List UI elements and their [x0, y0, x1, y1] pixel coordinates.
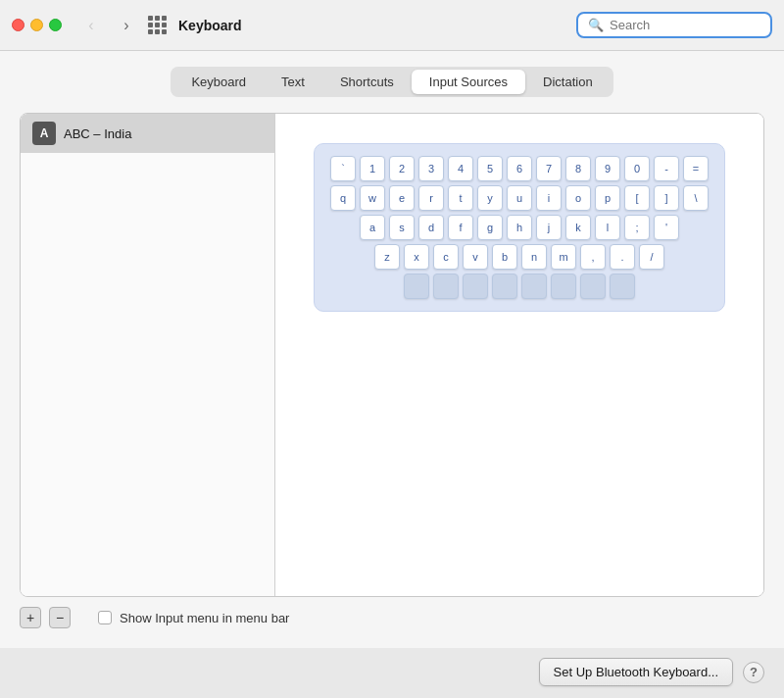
- key-space[interactable]: [492, 274, 517, 299]
- key-2[interactable]: 2: [389, 156, 415, 181]
- search-input[interactable]: [610, 18, 760, 32]
- back-button[interactable]: ‹: [77, 12, 105, 39]
- key-u[interactable]: u: [507, 185, 532, 211]
- key-c[interactable]: c: [433, 244, 459, 270]
- key-p[interactable]: p: [595, 185, 620, 211]
- remove-input-source-button[interactable]: −: [49, 607, 71, 628]
- tab-dictation[interactable]: Dictation: [525, 70, 611, 94]
- key-backtick[interactable]: `: [330, 156, 356, 181]
- tab-input-sources[interactable]: Input Sources: [412, 70, 525, 94]
- show-input-menu-checkbox[interactable]: [98, 611, 112, 624]
- bottom-bar: + − Show Input menu in menu bar: [20, 607, 764, 628]
- key-7[interactable]: 7: [536, 156, 562, 181]
- keyboard-preview-area: ` 1 2 3 4 5 6 7 8 9 0 - = q w: [275, 114, 763, 596]
- key-4[interactable]: 4: [448, 156, 473, 181]
- key-w[interactable]: w: [360, 185, 385, 211]
- key-i[interactable]: i: [536, 185, 562, 211]
- key-m[interactable]: m: [551, 244, 576, 270]
- main-content: Keyboard Text Shortcuts Input Sources Di…: [0, 51, 784, 648]
- show-input-menu-label: Show Input menu in menu bar: [120, 611, 289, 625]
- help-button[interactable]: ?: [743, 662, 764, 683]
- key-semicolon[interactable]: ;: [624, 215, 650, 240]
- main-panel: A ABC – India ` 1 2 3 4 5 6 7 8 9: [20, 113, 764, 597]
- key-mod2: [433, 274, 459, 299]
- keyboard-row-4: z x c v b n m , . /: [328, 244, 710, 270]
- key-o[interactable]: o: [565, 185, 591, 211]
- key-slash[interactable]: /: [639, 244, 664, 270]
- keyboard-layout: ` 1 2 3 4 5 6 7 8 9 0 - = q w: [314, 143, 725, 312]
- chevron-left-icon: ‹: [88, 17, 93, 34]
- input-source-label: ABC – India: [64, 126, 131, 141]
- key-n[interactable]: n: [521, 244, 547, 270]
- key-k[interactable]: k: [565, 215, 591, 240]
- key-x[interactable]: x: [404, 244, 429, 270]
- keyboard-row-3: a s d f g h j k l ; ': [328, 215, 710, 240]
- window-title: Keyboard: [178, 18, 568, 33]
- tab-keyboard[interactable]: Keyboard: [173, 70, 264, 94]
- key-q[interactable]: q: [330, 185, 356, 211]
- add-input-source-button[interactable]: +: [20, 607, 41, 628]
- key-equals[interactable]: =: [683, 156, 709, 181]
- key-mod1: [404, 274, 429, 299]
- search-icon: 🔍: [588, 18, 604, 32]
- titlebar: ‹ › Keyboard 🔍: [0, 0, 784, 51]
- key-1[interactable]: 1: [360, 156, 385, 181]
- traffic-lights: [12, 19, 62, 31]
- key-j[interactable]: j: [536, 215, 562, 240]
- chevron-right-icon: ›: [123, 17, 128, 34]
- grid-icon[interactable]: [148, 16, 167, 34]
- tabs-bar: Keyboard Text Shortcuts Input Sources Di…: [171, 67, 612, 97]
- key-t[interactable]: t: [448, 185, 473, 211]
- minimize-button[interactable]: [30, 19, 43, 31]
- key-a[interactable]: a: [360, 215, 385, 240]
- key-f[interactable]: f: [448, 215, 473, 240]
- key-mod7: [610, 274, 635, 299]
- key-e[interactable]: e: [389, 185, 415, 211]
- footer: Set Up Bluetooth Keyboard... ?: [0, 648, 784, 698]
- search-box[interactable]: 🔍: [576, 12, 772, 38]
- tab-text[interactable]: Text: [264, 70, 322, 94]
- key-h[interactable]: h: [507, 215, 532, 240]
- key-r[interactable]: r: [418, 185, 444, 211]
- key-rbracket[interactable]: ]: [654, 185, 679, 211]
- input-sources-sidebar: A ABC – India: [21, 114, 275, 596]
- key-mod5: [551, 274, 576, 299]
- key-3[interactable]: 3: [418, 156, 444, 181]
- keyboard-row-1: ` 1 2 3 4 5 6 7 8 9 0 - =: [328, 156, 710, 181]
- key-v[interactable]: v: [463, 244, 488, 270]
- input-source-icon: A: [32, 122, 56, 145]
- key-period[interactable]: .: [610, 244, 635, 270]
- sidebar-item-abc-india[interactable]: A ABC – India: [21, 114, 274, 153]
- key-g[interactable]: g: [477, 215, 503, 240]
- key-mod3: [463, 274, 488, 299]
- maximize-button[interactable]: [49, 19, 62, 31]
- key-6[interactable]: 6: [507, 156, 532, 181]
- key-b[interactable]: b: [492, 244, 517, 270]
- close-button[interactable]: [12, 19, 24, 31]
- key-mod6: [580, 274, 606, 299]
- key-lbracket[interactable]: [: [624, 185, 650, 211]
- forward-button[interactable]: ›: [113, 12, 140, 39]
- keyboard-row-5: [328, 274, 710, 299]
- key-comma[interactable]: ,: [580, 244, 606, 270]
- key-d[interactable]: d: [418, 215, 444, 240]
- key-l[interactable]: l: [595, 215, 620, 240]
- key-0[interactable]: 0: [624, 156, 650, 181]
- key-y[interactable]: y: [477, 185, 503, 211]
- key-quote[interactable]: ': [654, 215, 679, 240]
- key-backslash[interactable]: \: [683, 185, 709, 211]
- key-minus[interactable]: -: [654, 156, 679, 181]
- key-9[interactable]: 9: [595, 156, 620, 181]
- key-mod4: [521, 274, 547, 299]
- key-z[interactable]: z: [374, 244, 400, 270]
- key-8[interactable]: 8: [565, 156, 591, 181]
- keyboard-row-2: q w e r t y u i o p [ ] \: [328, 185, 710, 211]
- key-s[interactable]: s: [389, 215, 415, 240]
- setup-bluetooth-button[interactable]: Set Up Bluetooth Keyboard...: [539, 658, 733, 686]
- tab-shortcuts[interactable]: Shortcuts: [322, 70, 412, 94]
- key-5[interactable]: 5: [477, 156, 503, 181]
- show-input-menu-checkbox-area[interactable]: Show Input menu in menu bar: [98, 611, 289, 625]
